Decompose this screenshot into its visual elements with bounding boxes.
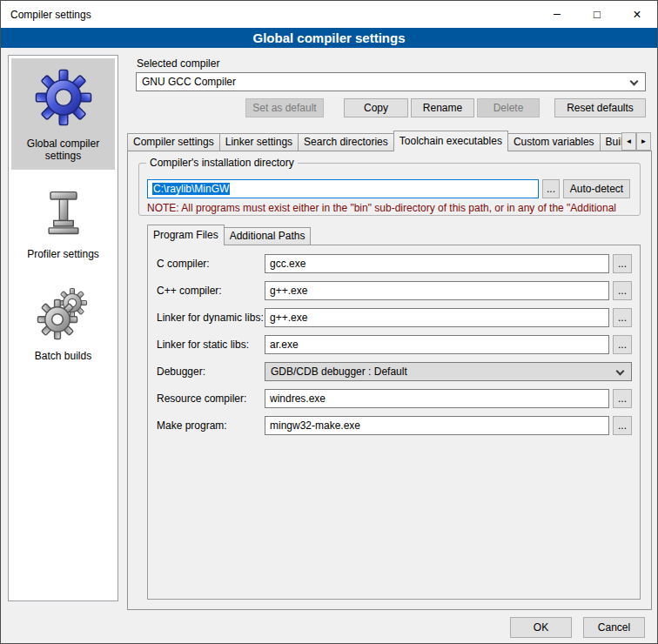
linker-dynamic-input[interactable] (265, 308, 609, 327)
debugger-label: Debugger: (157, 366, 265, 378)
sidebar-item-label: Batch builds (13, 350, 113, 362)
auto-detect-button[interactable]: Auto-detect (563, 179, 630, 198)
linker-dynamic-browse-button[interactable]: ... (613, 308, 632, 327)
set-as-default-button[interactable]: Set as default (245, 98, 324, 117)
program-files-tabbar: Program Files Additional Paths (147, 225, 634, 245)
field-row: Debugger: GDB/CDB debugger : Default (157, 362, 632, 381)
resource-compiler-input[interactable] (265, 389, 609, 408)
install-dir-group-title: Compiler's installation directory (146, 157, 298, 169)
maximize-button[interactable]: □ (577, 1, 617, 28)
install-dir-value: C:\raylib\MinGW (152, 183, 230, 195)
rename-button[interactable]: Rename (411, 98, 474, 117)
debugger-select[interactable]: GDB/CDB debugger : Default (265, 362, 632, 381)
sidebar-item-batch-builds[interactable]: Batch builds (11, 278, 115, 370)
dialog-header-title: Global compiler settings (252, 30, 405, 45)
c-compiler-browse-button[interactable]: ... (613, 254, 632, 273)
install-dir-note: NOTE: All programs must exist either in … (147, 202, 639, 214)
linker-static-input[interactable] (265, 335, 609, 354)
tab-custom-variables[interactable]: Custom variables (507, 133, 601, 151)
compiler-select-value: GNU GCC Compiler (142, 76, 236, 88)
field-row: Linker for static libs: ... (157, 335, 632, 354)
maximize-icon: □ (594, 8, 601, 21)
batch-builds-icon (36, 285, 91, 342)
field-row: Make program: ... (157, 416, 632, 435)
delete-button[interactable]: Delete (477, 98, 540, 117)
sidebar: Global compiler settings Profiler settin… (8, 55, 118, 601)
arrow-left-icon: ◄ (626, 138, 633, 145)
make-program-browse-button[interactable]: ... (613, 416, 632, 435)
ok-button[interactable]: OK (510, 617, 572, 638)
compiler-settings-dialog: Compiler settings – □ × Global compiler … (0, 0, 658, 644)
profiler-icon (37, 186, 90, 240)
sidebar-item-label: Profiler settings (13, 248, 113, 260)
arrow-right-icon: ► (641, 138, 648, 145)
make-program-label: Make program: (157, 419, 265, 432)
window-title: Compiler settings (1, 9, 537, 21)
install-dir-browse-button[interactable]: ... (542, 179, 560, 198)
tab-search-directories[interactable]: Search directories (298, 133, 394, 151)
field-row: Resource compiler: ... (157, 389, 632, 408)
titlebar: Compiler settings – □ × (1, 1, 657, 28)
tab-linker-settings[interactable]: Linker settings (219, 133, 299, 151)
cpp-compiler-input[interactable] (265, 281, 609, 300)
tab-compiler-settings[interactable]: Compiler settings (127, 133, 220, 151)
install-dir-input[interactable]: C:\raylib\MinGW (147, 179, 539, 198)
chevron-down-icon (616, 367, 625, 376)
cpp-compiler-browse-button[interactable]: ... (613, 281, 632, 300)
sidebar-item-profiler-settings[interactable]: Profiler settings (11, 179, 115, 268)
tab-program-files[interactable]: Program Files (147, 225, 225, 245)
cancel-button[interactable]: Cancel (583, 617, 645, 638)
c-compiler-label: C compiler: (157, 258, 265, 270)
resource-compiler-browse-button[interactable]: ... (613, 389, 632, 408)
minimize-button[interactable]: – (537, 1, 577, 28)
sidebar-item-global-compiler-settings[interactable]: Global compiler settings (11, 58, 115, 170)
chevron-down-icon (630, 77, 639, 86)
resource-compiler-label: Resource compiler: (157, 392, 265, 405)
close-icon: × (633, 7, 641, 23)
copy-button[interactable]: Copy (344, 98, 408, 117)
debugger-select-value: GDB/CDB debugger : Default (271, 366, 407, 378)
sidebar-item-label: Global compiler settings (13, 138, 113, 162)
compiler-select[interactable]: GNU GCC Compiler (136, 72, 646, 91)
settings-tabbar: Compiler settings Linker settings Search… (127, 131, 621, 151)
tab-additional-paths[interactable]: Additional Paths (224, 227, 312, 245)
tab-scroll-left-button[interactable]: ◄ (621, 132, 636, 151)
linker-dynamic-label: Linker for dynamic libs: (157, 312, 265, 324)
field-row: C compiler: ... (157, 254, 632, 273)
field-row: Linker for dynamic libs: ... (157, 308, 632, 327)
minimize-icon: – (554, 6, 561, 20)
reset-defaults-button[interactable]: Reset defaults (554, 98, 646, 117)
c-compiler-input[interactable] (265, 254, 609, 273)
make-program-input[interactable] (265, 416, 609, 435)
tab-toolchain-executables[interactable]: Toolchain executables (393, 131, 508, 151)
linker-static-browse-button[interactable]: ... (613, 335, 632, 354)
linker-static-label: Linker for static libs: (157, 339, 265, 351)
dialog-header: Global compiler settings (1, 28, 657, 48)
gear-icon (31, 65, 96, 130)
tab-scroll-right-button[interactable]: ► (636, 132, 651, 151)
program-files-panel: C compiler: ... C++ compiler: ... Linker… (147, 245, 641, 600)
close-button[interactable]: × (617, 1, 657, 28)
selected-compiler-label: Selected compiler (137, 57, 219, 70)
cpp-compiler-label: C++ compiler: (157, 285, 265, 297)
field-row: C++ compiler: ... (157, 281, 632, 300)
